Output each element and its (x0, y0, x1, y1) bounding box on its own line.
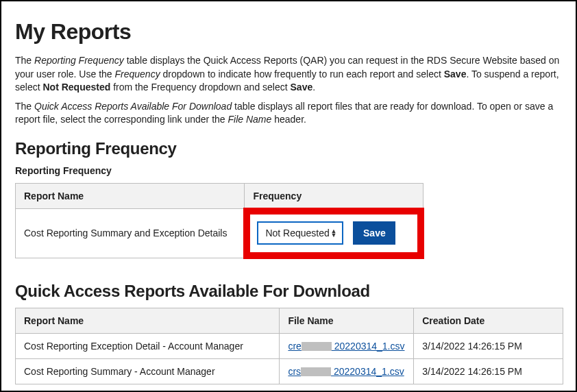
page-title: My Reports (15, 19, 562, 45)
frequency-dropdown-value: Not Requested (265, 228, 329, 238)
downloads-table: Report Name File Name Creation Date Cost… (15, 308, 563, 384)
intro-paragraph-1: The Reporting Frequency table displays t… (15, 54, 562, 95)
intro-text: dropdown to indicate how frequently to r… (160, 69, 444, 79)
intro-text-italic: Frequency (115, 69, 160, 79)
reporting-frequency-heading: Reporting Frequency (15, 139, 562, 158)
cell-creation-date: 3/14/2022 14:26:15 PM (414, 358, 563, 384)
intro-text: The (15, 101, 34, 112)
col-report-name: Report Name (16, 183, 245, 208)
intro-text-bold: Save (444, 69, 467, 79)
cell-file-name: cre 20220314_1.csv (280, 333, 414, 358)
redacted-block (302, 342, 332, 351)
highlight-box: Not Requested ▲▼ Save (243, 208, 424, 259)
intro-text: The (15, 55, 34, 66)
intro-text-italic: Quick Access Reports Available For Downl… (34, 101, 232, 112)
file-link[interactable]: crs 20220314_1.csv (288, 366, 404, 377)
intro-text-bold: Save (291, 82, 313, 93)
intro-text-italic: Reporting Frequency (34, 55, 124, 66)
cell-report-name: Cost Reporting Summary and Exception Det… (16, 208, 245, 258)
cell-file-name: crs 20220314_1.csv (280, 358, 414, 384)
downloads-heading: Quick Access Reports Available For Downl… (15, 282, 562, 301)
intro-text-bold: Not Requested (42, 82, 110, 93)
intro-text: header. (271, 114, 306, 125)
file-prefix: cre (288, 341, 301, 352)
col-report-name: Report Name (16, 308, 280, 333)
intro-text-italic: File Name (228, 114, 272, 125)
intro-text: . (312, 82, 315, 93)
reporting-frequency-table: Report Name Frequency Cost Reporting Sum… (15, 183, 423, 258)
col-file-name: File Name (280, 308, 414, 333)
cell-frequency: Not Requested ▲▼ Save (245, 208, 423, 258)
redacted-block (301, 367, 331, 376)
cell-creation-date: 3/14/2022 14:26:15 PM (414, 333, 563, 358)
table-row: Cost Reporting Summary - Account Manager… (16, 358, 563, 384)
file-suffix: 20220314_1.csv (332, 341, 405, 352)
col-creation-date: Creation Date (414, 308, 563, 333)
reporting-frequency-caption: Reporting Frequency (15, 165, 562, 176)
intro-paragraph-2: The Quick Access Reports Available For D… (15, 100, 562, 127)
cell-report-name: Cost Reporting Exception Detail - Accoun… (16, 333, 280, 358)
table-row: Cost Reporting Exception Detail - Accoun… (16, 333, 563, 358)
file-suffix: 20220314_1.csv (331, 366, 404, 377)
frequency-dropdown[interactable]: Not Requested ▲▼ (257, 221, 343, 245)
chevron-updown-icon: ▲▼ (330, 229, 336, 237)
intro-text: from the Frequency dropdown and select (110, 82, 290, 93)
table-row: Cost Reporting Summary and Exception Det… (16, 208, 423, 258)
file-prefix: crs (288, 366, 301, 377)
col-frequency: Frequency (245, 183, 423, 208)
file-link[interactable]: cre 20220314_1.csv (288, 341, 404, 352)
save-button[interactable]: Save (353, 221, 395, 245)
cell-report-name: Cost Reporting Summary - Account Manager (16, 358, 280, 384)
